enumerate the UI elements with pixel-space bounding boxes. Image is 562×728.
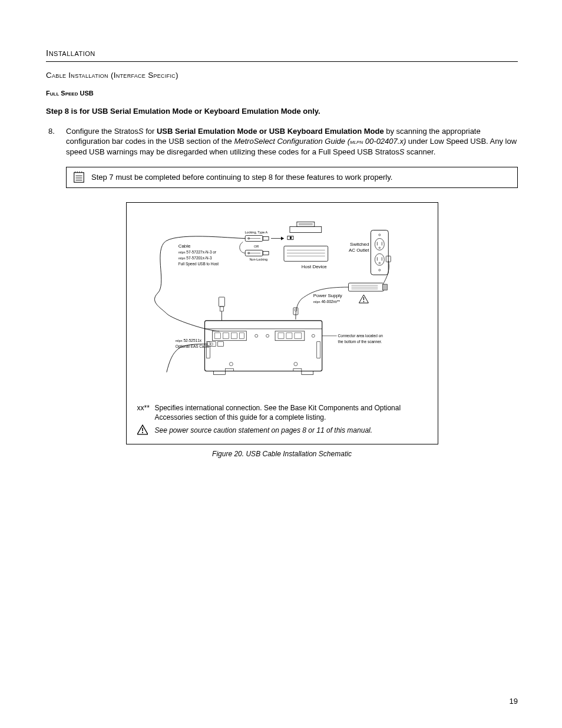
- svg-point-76: [210, 342, 213, 345]
- section-title: Installation: [46, 47, 518, 62]
- svg-point-81: [141, 432, 143, 433]
- label-cable-title: Cable: [178, 243, 190, 249]
- label-host-device: Host Device: [301, 264, 326, 269]
- label-cable-1: mlpn 57-57227x-N-3 or: [178, 250, 216, 254]
- label-eas-cable: Optional EAS Cable: [175, 344, 209, 348]
- svg-rect-73: [213, 371, 225, 374]
- svg-rect-28: [371, 230, 388, 275]
- mini-header: Full Speed USB: [46, 89, 518, 98]
- svg-rect-0: [74, 172, 84, 182]
- svg-rect-61: [278, 332, 284, 338]
- svg-rect-9: [296, 222, 314, 226]
- label-ac-outlet: AC Outlet: [348, 248, 369, 253]
- note-text: Step 7 must be completed before continui…: [91, 172, 392, 183]
- svg-rect-62: [286, 332, 292, 338]
- note-icon: [72, 171, 85, 184]
- step-8: 8. Configure the StratosS for USB Serial…: [66, 126, 518, 157]
- figure-footer-row2: See power source caution statement on pa…: [155, 426, 427, 435]
- svg-rect-8: [289, 226, 321, 232]
- svg-rect-19: [263, 236, 269, 240]
- label-locking: Locking, Type A: [244, 230, 267, 234]
- svg-rect-71: [225, 368, 233, 371]
- label-cable-2: mlpn 57-57201x-N-3: [178, 256, 211, 260]
- svg-point-49: [294, 308, 296, 311]
- svg-point-4: [75, 172, 75, 172]
- label-ps-mlpn: mlpn 46-002xx**: [313, 299, 340, 303]
- label-eas-mlpn: mlpn 52-52511x: [175, 338, 201, 342]
- svg-point-66: [312, 334, 315, 337]
- figure-footer: xx** Specifies international connection.…: [137, 403, 427, 436]
- svg-rect-72: [293, 368, 301, 371]
- svg-point-38: [379, 262, 380, 263]
- figure-wrap: Host Device Locking, Type A OR Non-Locki…: [46, 202, 518, 444]
- label-connector-2: the bottom of the scanner.: [338, 339, 382, 343]
- svg-point-65: [266, 334, 269, 337]
- svg-point-6: [79, 172, 80, 172]
- svg-point-30: [378, 269, 380, 271]
- step-text: Configure the StratosS for USB Serial Em…: [66, 127, 517, 156]
- step-list: 8. Configure the StratosS for USB Serial…: [46, 126, 518, 157]
- svg-rect-60: [275, 331, 305, 340]
- svg-rect-74: [301, 371, 313, 374]
- svg-rect-70: [316, 341, 320, 358]
- label-nonlocking: Non-Locking: [249, 258, 267, 261]
- label-switched: Switched: [350, 242, 369, 247]
- svg-rect-58: [231, 332, 237, 338]
- svg-rect-57: [223, 332, 229, 338]
- label-cable-3: Full Speed USB to Host: [178, 262, 219, 266]
- svg-point-47: [363, 301, 364, 302]
- svg-point-7: [81, 172, 82, 172]
- figure-footer-row1: xx** Specifies international connection.…: [155, 403, 427, 422]
- scanner-body: [204, 320, 322, 374]
- svg-point-64: [254, 334, 257, 337]
- svg-point-35: [379, 247, 380, 248]
- svg-marker-23: [281, 236, 284, 240]
- svg-rect-63: [294, 332, 301, 338]
- caution-icon: [137, 424, 148, 435]
- label-or: OR: [254, 245, 259, 248]
- schematic-diagram: Host Device Locking, Type A OR Non-Locki…: [137, 213, 427, 390]
- caution-icon: [359, 295, 368, 303]
- svg-rect-59: [239, 332, 244, 338]
- svg-point-67: [229, 362, 233, 365]
- svg-point-5: [77, 172, 78, 172]
- svg-rect-51: [220, 306, 223, 311]
- svg-rect-55: [212, 331, 246, 340]
- svg-point-29: [378, 233, 380, 235]
- subsection-title: Cable Installation (Interface Specific): [46, 70, 518, 81]
- svg-rect-50: [219, 297, 224, 307]
- svg-rect-17: [289, 236, 291, 239]
- xx-marker: xx**: [137, 403, 150, 413]
- figure-caption: Figure 20. USB Cable Installation Schema…: [46, 449, 518, 459]
- step-number: 8.: [48, 126, 55, 137]
- svg-rect-25: [263, 251, 269, 255]
- svg-rect-77: [217, 341, 223, 346]
- figure-box: Host Device Locking, Type A OR Non-Locki…: [126, 202, 438, 444]
- note-box: Step 7 must be completed before continui…: [66, 167, 518, 188]
- step-note: Step 8 is for USB Serial Emulation Mode …: [46, 106, 518, 117]
- svg-rect-56: [214, 332, 220, 338]
- svg-point-68: [293, 362, 297, 365]
- svg-rect-53: [204, 320, 322, 371]
- page-number: 19: [510, 696, 518, 707]
- label-power-supply: Power Supply: [313, 293, 342, 298]
- label-connector-1: Connector area located on: [338, 333, 383, 337]
- svg-rect-40: [382, 284, 387, 290]
- svg-rect-12: [283, 246, 328, 261]
